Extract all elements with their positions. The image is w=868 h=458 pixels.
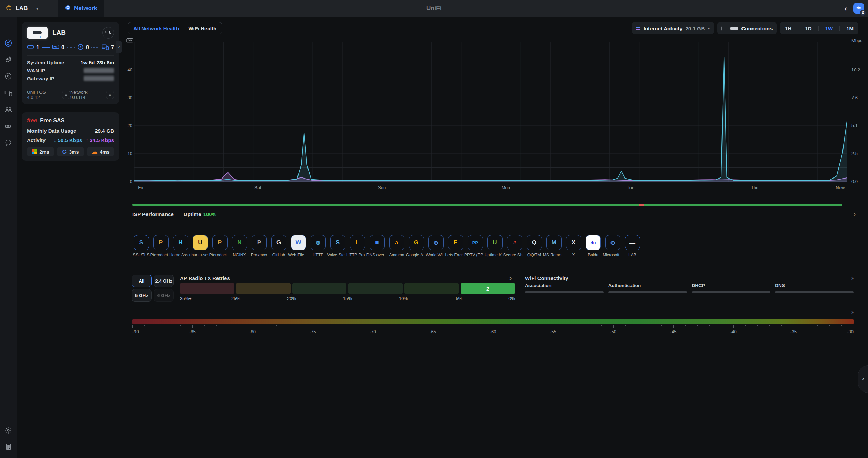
usage-row: Monthly Data Usage 29.4 GB <box>27 128 114 134</box>
app-label: SSL/TLS <box>133 253 149 257</box>
connections-checkbox[interactable] <box>721 26 727 31</box>
org-label: LAB <box>16 5 28 12</box>
app-x[interactable]: XX <box>565 235 582 257</box>
collapse-panel-button[interactable]: ‹ <box>116 41 122 53</box>
unifi-os-version-label: UniFi OS 4.0.12 <box>27 90 60 100</box>
app-ssl-tls[interactable]: SSSL/TLS <box>132 235 150 257</box>
rssi-tick <box>493 325 493 328</box>
app-dns-over[interactable]: ≡DNS over... <box>368 235 386 257</box>
theme-contrast-icon[interactable]: ◐ <box>844 5 848 12</box>
connections-toggle[interactable]: Connections <box>717 22 777 34</box>
tx-scale-label: 25% <box>231 296 240 301</box>
range-1d[interactable]: 1D <box>801 26 815 31</box>
expand-panel-button[interactable]: ‹ <box>858 365 868 393</box>
app-proxmox[interactable]: PProxmox <box>250 235 268 257</box>
app-lab[interactable]: ▬LAB <box>624 235 641 257</box>
app-label: HTTP Pro... <box>346 253 368 257</box>
app-uptime-k[interactable]: UUptime K... <box>486 235 504 257</box>
app-pterodact[interactable]: PPterodact... <box>211 235 229 257</box>
health-tab-all-network[interactable]: All Network Health <box>133 26 179 31</box>
app-label: QQ/TM <box>527 253 541 257</box>
org-switcher[interactable]: LAB ▾ <box>0 0 56 17</box>
app-pptv-pp[interactable]: PPPPTV (PP... <box>466 235 484 257</box>
rssi-tick <box>505 325 505 326</box>
rssi-tick <box>289 325 289 326</box>
app-microsoft[interactable]: ⊙Microsoft... <box>604 235 622 257</box>
sidebar-item-topology[interactable] <box>4 55 13 64</box>
divider <box>27 55 114 56</box>
announcements-button[interactable]: 2 <box>853 3 864 14</box>
app-amazon[interactable]: aAmazon <box>388 235 405 257</box>
app-nginx[interactable]: NNGINX <box>231 235 248 257</box>
app-world-wi[interactable]: ⊕World Wi... <box>427 235 445 257</box>
app-label: Google A... <box>406 253 426 257</box>
sidebar-item-client-devices[interactable] <box>4 89 13 98</box>
rssi-tick <box>445 325 445 326</box>
version-row: UniFi OS 4.0.12 ≡ Network 9.0.114 ≡ <box>27 90 114 100</box>
wifi-metric-bar <box>692 291 770 293</box>
tx-retries-scale: 35%+25%20%15%10%5%0% <box>180 296 515 302</box>
app-label: NGINX <box>233 253 246 257</box>
info-value: 1w 5d 23h 8m <box>80 60 114 65</box>
tab-network[interactable]: Network <box>58 0 104 17</box>
down-arrow-icon: ↓ <box>54 137 57 143</box>
app-tile-icon: G <box>409 235 424 250</box>
release-notes-icon[interactable]: ≡ <box>62 91 70 99</box>
app-http[interactable]: ⊕HTTP <box>309 235 327 257</box>
band-button-6-ghz[interactable]: 6 GHz <box>154 289 174 302</box>
unifi-os-version: UniFi OS 4.0.12 ≡ <box>27 90 70 100</box>
sidebar-item-settings[interactable] <box>4 426 13 435</box>
app-home-ass[interactable]: HHome Ass... <box>172 235 189 257</box>
rssi-tick <box>517 325 517 326</box>
x-axis-tick: Thu <box>751 185 758 190</box>
tx-retries-chevron[interactable]: › <box>509 275 512 281</box>
app-lets-encr[interactable]: ELets Encr... <box>447 235 464 257</box>
app-http-pro[interactable]: LHTTP Pro... <box>349 235 366 257</box>
sidebar-item-insights[interactable] <box>4 122 13 131</box>
app-google-a[interactable]: GGoogle A... <box>407 235 425 257</box>
band-button-all[interactable]: All <box>132 275 152 287</box>
release-notes-icon[interactable]: ≡ <box>106 91 114 99</box>
usage-label: Monthly Data Usage <box>27 128 76 134</box>
isp-performance-chevron[interactable]: › <box>854 211 856 217</box>
sidebar-item-support[interactable] <box>4 138 13 147</box>
activity-label: Activity <box>27 137 46 143</box>
health-tab-wifi[interactable]: WiFi Health <box>189 26 217 31</box>
app-pterodact[interactable]: PPterodact... <box>152 235 170 257</box>
band-button-5-ghz[interactable]: 5 GHz <box>132 289 152 302</box>
app-baidu[interactable]: duBaidu <box>584 235 602 257</box>
app-ubuntu-se[interactable]: Uubuntu-se... <box>191 235 209 257</box>
range-1m[interactable]: 1M <box>843 26 857 31</box>
sidebar-item-users[interactable] <box>4 105 13 114</box>
rssi-tick <box>577 325 577 326</box>
sidebar-item-unifi-devices[interactable] <box>4 72 13 81</box>
range-1h[interactable]: 1H <box>781 26 795 31</box>
wifi-connectivity-chevron[interactable]: › <box>851 275 854 281</box>
app-github[interactable]: GGitHub <box>270 235 287 257</box>
internet-activity-dropdown[interactable]: Internet Activity 20.1 GB ▾ <box>632 22 714 34</box>
app-secure-sh[interactable]: //Secure Sh... <box>506 235 523 257</box>
app-ms-remo[interactable]: MMS Remo... <box>545 235 563 257</box>
rssi-tick <box>541 325 541 326</box>
device-count-value: 1 <box>36 44 39 51</box>
rssi-tick <box>806 325 806 326</box>
band-button-2.4-ghz[interactable]: 2.4 GHz <box>154 275 174 287</box>
app-web-file[interactable]: WWeb File ... <box>290 235 307 257</box>
app-valve-ste[interactable]: SValve Ste... <box>329 235 346 257</box>
rssi-label: -85 <box>189 329 196 334</box>
rssi-tick <box>301 325 301 326</box>
sidebar-item-dashboard[interactable] <box>4 39 13 48</box>
device-counts: 1007 <box>27 43 114 52</box>
range-1w[interactable]: 1W <box>822 26 837 31</box>
app-tile-icon: U <box>487 235 503 250</box>
gateway-settings-button[interactable] <box>102 27 114 39</box>
rssi-tick <box>589 325 589 326</box>
tx-retries-segment <box>236 283 291 294</box>
sidebar-item-system-log[interactable] <box>4 442 13 451</box>
rssi-tick <box>625 325 626 326</box>
app-qq-tm[interactable]: QQQ/TM <box>525 235 543 257</box>
info-label: System Uptime <box>27 60 64 65</box>
rssi-chevron[interactable]: › <box>851 308 854 315</box>
rssi-tick <box>553 325 553 328</box>
isp-provider-row: free Free SAS <box>27 117 114 124</box>
